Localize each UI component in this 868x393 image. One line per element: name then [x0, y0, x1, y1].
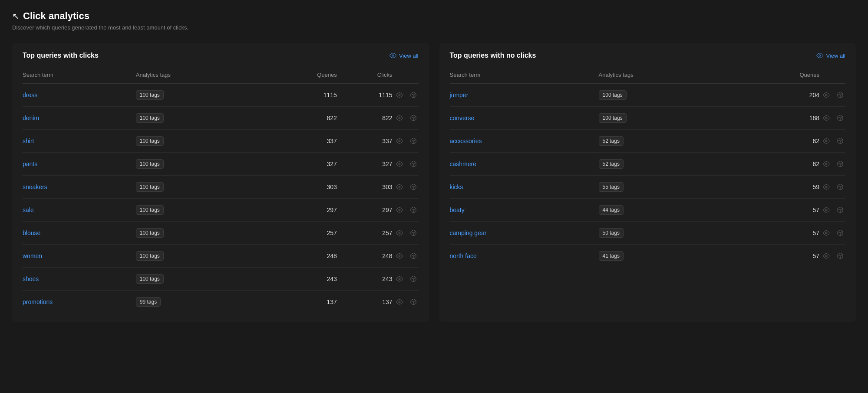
tag-badge: 100 tags — [136, 182, 164, 192]
box-icon[interactable] — [835, 90, 845, 100]
table-row: promotions 99 tags 137 137 — [23, 291, 419, 314]
box-icon[interactable] — [408, 182, 419, 192]
tag-badge: 100 tags — [599, 90, 627, 100]
box-icon[interactable] — [835, 251, 845, 261]
search-term-link[interactable]: pants — [23, 160, 37, 167]
view-icon[interactable] — [394, 205, 405, 215]
svg-point-0 — [392, 55, 394, 56]
svg-point-15 — [399, 255, 400, 257]
box-icon[interactable] — [408, 274, 419, 284]
view-icon[interactable] — [394, 136, 405, 146]
search-term-link[interactable]: shirt — [23, 138, 34, 144]
clicks-cell: 303 — [337, 176, 393, 199]
search-term-link[interactable]: denim — [23, 115, 39, 121]
view-icon[interactable] — [821, 90, 832, 100]
box-icon[interactable] — [408, 90, 419, 100]
box-icon[interactable] — [408, 205, 419, 215]
box-icon[interactable] — [835, 113, 845, 123]
queries-cell: 59 — [739, 176, 819, 199]
panels-row: Top queries with clicks View all Search … — [12, 43, 856, 322]
box-icon[interactable] — [408, 251, 419, 261]
table-row: sale 100 tags 297 297 — [23, 199, 419, 222]
svg-point-19 — [399, 301, 400, 303]
table-row: sneakers 100 tags 303 303 — [23, 176, 419, 199]
box-icon[interactable] — [835, 159, 845, 169]
tag-badge: 52 tags — [599, 159, 624, 169]
svg-point-13 — [399, 232, 400, 234]
tag-badge: 100 tags — [136, 251, 164, 261]
table-row: jumper 100 tags 204 — [450, 84, 846, 107]
view-icon[interactable] — [821, 251, 832, 261]
view-icon[interactable] — [821, 113, 832, 123]
view-icon[interactable] — [394, 251, 405, 261]
search-term-link[interactable]: shoes — [23, 275, 39, 282]
table-row: converse 100 tags 188 — [450, 107, 846, 130]
queries-cell: 188 — [739, 107, 819, 130]
search-term-link[interactable]: women — [23, 252, 42, 259]
view-icon[interactable] — [394, 113, 405, 123]
search-term-link[interactable]: accessories — [450, 138, 482, 144]
top-clicks-panel-header: Top queries with clicks View all — [23, 52, 419, 59]
svg-point-36 — [825, 255, 827, 257]
box-icon[interactable] — [408, 159, 419, 169]
svg-point-3 — [399, 117, 400, 119]
view-icon[interactable] — [394, 228, 405, 238]
top-clicks-title: Top queries with clicks — [23, 52, 99, 59]
search-term-link[interactable]: sale — [23, 206, 34, 213]
view-icon[interactable] — [394, 182, 405, 192]
box-icon[interactable] — [408, 113, 419, 123]
box-icon[interactable] — [835, 136, 845, 146]
queries-cell: 137 — [264, 291, 337, 314]
table-row: shirt 100 tags 337 337 — [23, 130, 419, 153]
tag-badge: 100 tags — [136, 136, 164, 146]
clicks-cell: 137 — [337, 291, 393, 314]
search-term-link[interactable]: converse — [450, 115, 475, 121]
box-icon[interactable] — [835, 182, 845, 192]
clicks-cell: 257 — [337, 222, 393, 245]
box-icon[interactable] — [835, 205, 845, 215]
table-row: women 100 tags 248 248 — [23, 245, 419, 268]
no-clicks-view-all[interactable]: View all — [816, 52, 845, 59]
view-icon[interactable] — [394, 90, 405, 100]
view-icon[interactable] — [821, 159, 832, 169]
search-term-link[interactable]: north face — [450, 252, 477, 259]
search-term-link[interactable]: blouse — [23, 229, 40, 236]
search-term-link[interactable]: jumper — [450, 92, 469, 98]
top-clicks-view-all[interactable]: View all — [389, 52, 419, 59]
no-clicks-panel-header: Top queries with no clicks View all — [450, 52, 846, 59]
queries-cell: 57 — [739, 199, 819, 222]
search-term-link[interactable]: sneakers — [23, 183, 47, 190]
view-icon[interactable] — [821, 205, 832, 215]
queries-cell: 1115 — [264, 84, 337, 107]
eye-icon — [389, 52, 396, 59]
view-icon[interactable] — [394, 297, 405, 307]
col-search-term-nc: Search term — [450, 68, 599, 84]
page-title: Click analytics — [23, 10, 89, 22]
search-term-link[interactable]: beaty — [450, 206, 465, 213]
view-icon[interactable] — [821, 136, 832, 146]
page-subtitle: Discover which queries generated the mos… — [12, 24, 856, 31]
box-icon[interactable] — [408, 136, 419, 146]
tag-badge: 100 tags — [136, 274, 164, 284]
box-icon[interactable] — [408, 297, 419, 307]
queries-cell: 243 — [264, 268, 337, 291]
search-term-link[interactable]: camping gear — [450, 229, 487, 236]
view-icon[interactable] — [821, 228, 832, 238]
queries-cell: 257 — [264, 222, 337, 245]
svg-point-28 — [825, 163, 827, 165]
box-icon[interactable] — [835, 228, 845, 238]
search-term-link[interactable]: kicks — [450, 183, 463, 190]
svg-point-30 — [825, 186, 827, 188]
svg-point-34 — [825, 232, 827, 234]
tag-badge: 44 tags — [599, 205, 624, 215]
search-term-link[interactable]: cashmere — [450, 160, 476, 167]
tag-badge: 100 tags — [136, 159, 164, 169]
view-icon[interactable] — [394, 159, 405, 169]
box-icon[interactable] — [408, 228, 419, 238]
table-row: beaty 44 tags 57 — [450, 199, 846, 222]
view-icon[interactable] — [821, 182, 832, 192]
search-term-link[interactable]: promotions — [23, 298, 53, 305]
search-term-link[interactable]: dress — [23, 92, 37, 98]
view-icon[interactable] — [394, 274, 405, 284]
col-search-term: Search term — [23, 68, 136, 84]
